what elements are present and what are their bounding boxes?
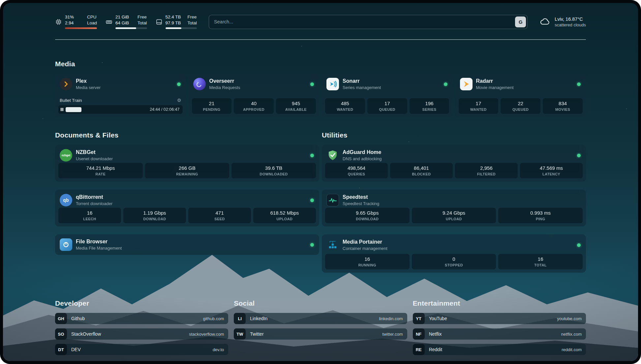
app-card-filebrowser[interactable]: File Browser Media File Management (55, 234, 319, 255)
progress-track[interactable] (66, 107, 148, 112)
bookmark-linkedin[interactable]: LI LinkedIn linkedin.com (234, 313, 407, 324)
cpu-usage-label: CPU (87, 15, 97, 20)
bookmark-github[interactable]: GH Github github.com (55, 313, 228, 324)
utilities-section-title: Utilities (322, 131, 586, 139)
bookmark-reddit[interactable]: RE Reddit reddit.com (413, 344, 586, 355)
bookmark-twitter[interactable]: TW Twitter twitter.com (234, 328, 407, 340)
app-subtitle: Series management (343, 85, 440, 90)
bookmark-url: dev.to (213, 347, 224, 352)
filebrowser-icon (60, 238, 72, 251)
stat-movies: 834 MOVIES (543, 98, 583, 114)
stat-label: LATENCY (542, 172, 560, 176)
memory-total-label: Total (137, 20, 147, 26)
bookmark-stackoverflow[interactable]: SO StackOverflow stackoverflow.com (55, 328, 228, 340)
stat-label: FILTERED (477, 172, 496, 176)
app-name: AdGuard Home (343, 149, 573, 155)
memory-total-value: 64 GiB (115, 20, 133, 26)
stat-label: RATE (95, 172, 106, 176)
stat-wanted: 17 WANTED (459, 98, 499, 114)
app-card-sonarr[interactable]: Sonarr Series management 485 WANTED (322, 74, 453, 117)
stat-download: 9.65 Gbps DOWNLOAD (325, 208, 410, 223)
disk-free-value: 52.4 TB (166, 15, 183, 20)
bookmark-url: github.com (203, 316, 224, 321)
stat-label: TOTAL (534, 263, 547, 267)
search-input[interactable] (209, 15, 528, 29)
app-card-nzbget[interactable]: nzbget NZBGet Usenet downloader 744.21 M… (55, 145, 319, 182)
stat-value: 744.21 Mbps (86, 165, 115, 171)
app-card-portainer[interactable]: Media Portainer Container management 16 … (322, 234, 586, 273)
plex-player-bar[interactable]: 24:44 / 02:06:47 (58, 105, 183, 114)
weather-location: Lviv, 16.87°C (555, 16, 586, 22)
stat-upload: 9.24 Gbps UPLOAD (412, 208, 496, 223)
app-card-plex[interactable]: Plex Media server Bullet Train ⚙ (55, 74, 186, 117)
stat-value: 498,564 (348, 165, 365, 171)
section-social: Social LI LinkedIn linkedin.com TW Twitt… (234, 299, 407, 359)
app-card-qbittorrent[interactable]: qb qBittorrent Torrent downloader 16 LEE… (55, 190, 319, 227)
stat-label: LEECH (83, 217, 96, 221)
topbar: 31% 2.94 CPU Load (55, 13, 586, 31)
bookmark-name: Reddit (429, 347, 562, 352)
stat-value: 618.52 Mbps (270, 210, 299, 216)
stat-leech: 16 LEECH (58, 208, 121, 223)
section-documents: Documents & Files nzbget NZBGet Usenet d… (55, 131, 319, 281)
memory-icon (106, 18, 112, 25)
speedtest-icon (326, 194, 339, 206)
app-name: Overseerr (209, 78, 307, 84)
app-card-radarr[interactable]: Radarr Movie management 17 WANTED 2 (455, 74, 586, 117)
memory-free-value: 21 GiB (115, 15, 133, 20)
topbar-divider (55, 39, 586, 40)
stat-value: 471 (215, 210, 224, 216)
now-playing-title: Bullet Train (60, 98, 82, 103)
app-name: NZBGet (76, 149, 307, 155)
stat-label: REMAINING (176, 172, 198, 176)
app-card-speedtest[interactable]: Speedtest Speedtest Tracking 9.65 Gbps D… (322, 190, 586, 227)
disk-usage-bar (166, 27, 197, 29)
status-dot (444, 82, 447, 86)
stat-label: PING (536, 217, 545, 221)
app-card-overseerr[interactable]: Overseerr Media Requests 21 PENDING (189, 74, 320, 117)
search-bar: G (209, 15, 528, 29)
stat-value: 17 (476, 101, 481, 106)
stat-label: SEED (214, 217, 225, 221)
bookmark-netflix[interactable]: NF Netflix netflix.com (413, 328, 586, 340)
app-card-adguard[interactable]: AdGuard Home DNS and adblocking 498,564 … (322, 145, 586, 182)
stat-value: 22 (518, 101, 523, 106)
stat-label: DOWNLOADED (260, 172, 288, 176)
bookmark-abbr: YT (413, 313, 425, 324)
stat-label: WANTED (470, 107, 487, 111)
stat-label: MOVIES (555, 107, 570, 111)
status-dot (310, 243, 314, 247)
bookmark-abbr: TW (234, 328, 246, 340)
dashboard-window: 31% 2.94 CPU Load (0, 0, 641, 364)
wallpaper: 31% 2.94 CPU Load (3, 3, 638, 361)
app-subtitle: Movie management (476, 85, 574, 90)
developer-section-title: Developer (55, 299, 228, 308)
stat-total: 16 TOTAL (498, 254, 583, 269)
sonarr-icon (326, 78, 339, 90)
resource-widgets: 31% 2.94 CPU Load (55, 15, 197, 29)
status-dot (310, 154, 314, 157)
bookmark-abbr: GH (55, 313, 67, 324)
bookmark-name: DEV (71, 347, 213, 352)
pause-icon[interactable] (61, 108, 63, 111)
cpu-load-label: Load (87, 20, 97, 26)
portainer-icon (326, 239, 339, 251)
app-name: Sonarr (343, 78, 440, 84)
stat-label: AVAILABLE (285, 107, 307, 111)
stat-value: 266 GB (179, 165, 196, 171)
stat-label: QUEUED (379, 107, 395, 111)
nzbget-icon: nzbget (60, 149, 72, 162)
app-name: qBittorrent (76, 194, 307, 200)
stat-queries: 498,564 QUERIES (325, 163, 388, 178)
app-subtitle: Container management (343, 246, 573, 251)
bookmark-dev[interactable]: DT DEV dev.to (55, 344, 228, 355)
dashboard-content: 31% 2.94 CPU Load (3, 3, 638, 361)
settings-gear-icon[interactable]: ⚙ (177, 98, 181, 103)
app-subtitle: Media File Management (76, 246, 307, 251)
search-provider-button[interactable]: G (515, 16, 526, 27)
qbittorrent-icon-text: qb (63, 197, 69, 203)
bookmark-youtube[interactable]: YT YouTube youtube.com (413, 313, 586, 324)
bookmark-name: LinkedIn (250, 316, 379, 321)
bookmark-url: twitter.com (382, 332, 403, 337)
stat-value: 945 (292, 101, 300, 106)
